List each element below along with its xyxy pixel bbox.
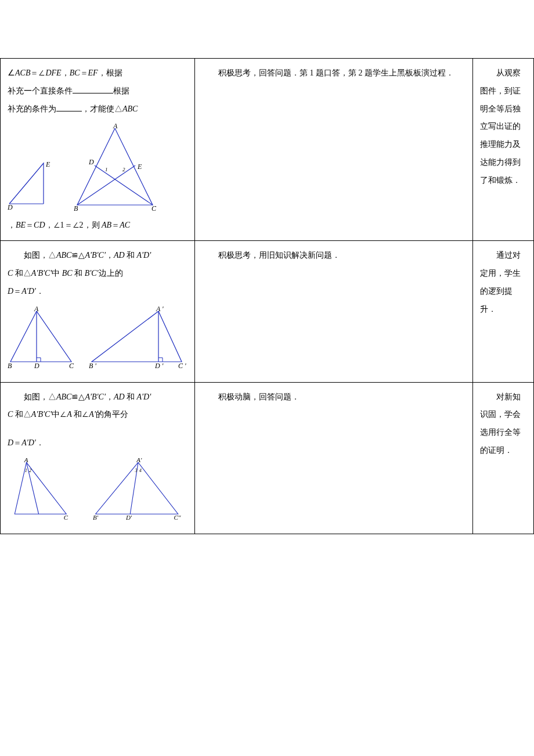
svg-text:1: 1 [105, 167, 108, 172]
table-row: 如图，△ABC≌△A'B'C'，AD 和 A'D' C 和△A'B'C'中∠A … [1, 382, 534, 534]
cell-left-2: 如图，△ABC≌△A'B'C'，AD 和 A'D' C 和△A'B'C'中 BC… [1, 241, 195, 382]
svg-text:C: C [69, 362, 74, 370]
triangle-ed-icon: E D [8, 159, 54, 211]
figure-row: A B D C A ' B ' D ' C ' [8, 307, 187, 370]
triangle-intersect-icon: A D E B C 1 2 [66, 124, 164, 211]
svg-text:2: 2 [29, 468, 31, 473]
text-line: D＝A'D'． [8, 434, 187, 452]
text-line: 补充一个直接条件根据 [8, 82, 187, 100]
svg-marker-19 [92, 311, 182, 362]
svg-text:D: D [34, 362, 39, 370]
svg-text:A ': A ' [156, 307, 164, 313]
text-line: C 和△A'B'C'中 BC 和 B'C'边上的 [8, 265, 187, 283]
svg-text:A: A [24, 458, 28, 463]
triangle-bisector-icon: A 1 2 C [8, 458, 77, 522]
svg-text:D: D [8, 203, 13, 211]
triangle-bisector-prime-icon: A' 3 4 B' D' C'' [89, 458, 187, 522]
svg-text:C: C [64, 514, 68, 521]
svg-text:3: 3 [135, 468, 138, 473]
svg-text:E: E [45, 160, 50, 168]
svg-text:B: B [74, 204, 78, 211]
table-row: ∠ACB＝∠DFE，BC＝EF，根据 补充一个直接条件根据 补充的条件为，才能使… [1, 59, 534, 241]
student-activity: 积极思考，用旧知识解决新问题． [202, 247, 466, 265]
table-row: 如图，△ABC≌△A'B'C'，AD 和 A'D' C 和△A'B'C'中 BC… [1, 241, 534, 382]
text-line: C 和△A'B'C'中∠A 和∠A'的角平分 [8, 406, 187, 424]
figure-row: A 1 2 C A' 3 4 B' D' C'' [8, 458, 187, 522]
design-intent: 通过对定用，学生的逻到提升． [480, 247, 526, 318]
cell-right-3: 对新知识固，学会选用行全等的证明． [472, 382, 533, 534]
text-line: 补充的条件为，才能使△ABC [8, 100, 187, 118]
cell-mid-1: 积极思考，回答问题．第 1 题口答，第 2 题学生上黑板板演过程． [195, 59, 473, 241]
cell-left-3: 如图，△ABC≌△A'B'C'，AD 和 A'D' C 和△A'B'C'中∠A … [1, 382, 195, 534]
svg-text:C'': C'' [174, 514, 181, 521]
svg-text:D': D' [125, 514, 132, 521]
blank-field [73, 93, 113, 93]
svg-text:B': B' [93, 514, 99, 521]
triangle-altitude-icon: A B D C [8, 307, 77, 370]
svg-text:A': A' [136, 458, 142, 463]
svg-text:D ': D ' [154, 362, 164, 370]
cell-mid-2: 积极思考，用旧知识解决新问题． [195, 241, 473, 382]
cell-mid-3: 积极动脑，回答问题． [195, 382, 473, 534]
cell-right-2: 通过对定用，学生的逻到提升． [472, 241, 533, 382]
text-line: ∠ACB＝∠DFE，BC＝EF，根据 [8, 64, 187, 82]
text-line: ，BE＝CD，∠1＝∠2，则 AB＝AC [8, 217, 187, 235]
svg-text:4: 4 [139, 468, 142, 473]
student-activity: 积极动脑，回答问题． [202, 388, 466, 406]
svg-text:C ': C ' [178, 362, 186, 370]
cell-right-1: 从观察图件，到证明全等后独立写出证的推理能力及达能力得到了和锻炼． [472, 59, 533, 241]
text-line: 如图，△ABC≌△A'B'C'，AD 和 A'D' [8, 388, 187, 406]
svg-text:B ': B ' [89, 362, 96, 370]
lesson-table: ∠ACB＝∠DFE，BC＝EF，根据 补充一个直接条件根据 补充的条件为，才能使… [0, 58, 534, 534]
svg-marker-13 [10, 311, 71, 362]
svg-text:2: 2 [122, 167, 125, 172]
svg-text:D: D [88, 158, 94, 166]
student-activity: 积极思考，回答问题．第 1 题口答，第 2 题学生上黑板板演过程． [202, 64, 466, 82]
spacer [8, 424, 187, 434]
svg-text:E: E [137, 163, 142, 171]
design-intent: 对新知识固，学会选用行全等的证明． [480, 388, 526, 460]
figure-row: E D A D E B C 1 2 [8, 124, 187, 211]
svg-text:A: A [34, 307, 39, 313]
design-intent: 从观察图件，到证明全等后独立写出证的推理能力及达能力得到了和锻炼． [480, 64, 526, 190]
svg-marker-25 [15, 462, 66, 514]
text-line: D＝A'D'． [8, 283, 187, 301]
cell-left-1: ∠ACB＝∠DFE，BC＝EF，根据 补充一个直接条件根据 补充的条件为，才能使… [1, 59, 195, 241]
svg-text:C: C [151, 204, 157, 211]
text-line: 如图，△ABC≌△A'B'C'，AD 和 A'D' [8, 247, 187, 265]
svg-text:1: 1 [25, 468, 27, 473]
triangle-altitude-prime-icon: A ' B ' D ' C ' [89, 307, 187, 370]
blank-field [56, 111, 82, 111]
svg-text:A: A [113, 124, 118, 130]
svg-text:B: B [8, 362, 12, 370]
